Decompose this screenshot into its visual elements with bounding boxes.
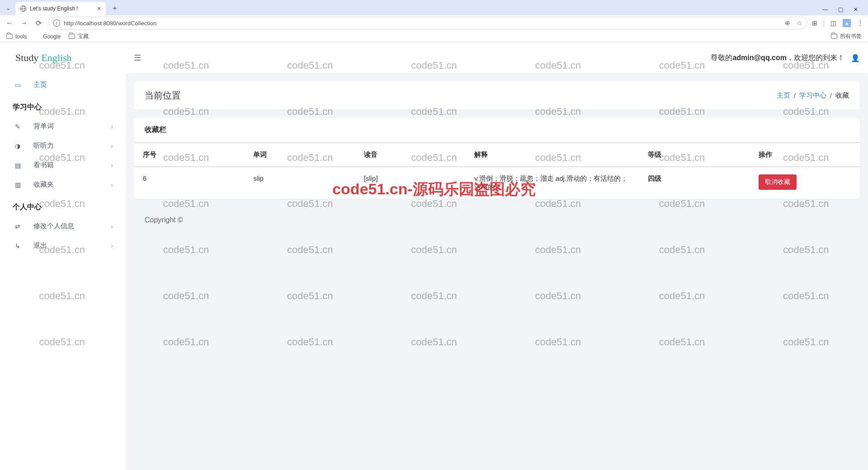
- topbar-user: 尊敬的admin@qq.com，欢迎您的到来！ 👤: [711, 53, 860, 63]
- sidebar-heading-study: 学习中心: [0, 94, 126, 117]
- bookmark-item[interactable]: tools: [6, 33, 27, 40]
- chevron-right-icon: ›: [111, 242, 113, 249]
- folder-icon: [831, 34, 837, 39]
- sidebar-item-label: 背单词: [33, 122, 54, 131]
- cell-trans: v.滑倒；滑脱；疏忽；溜走 adj.滑动的；有活结的；活络的: [465, 167, 639, 199]
- sidebar-item-listening[interactable]: 听听力 ›: [0, 136, 126, 155]
- logo[interactable]: Study English: [0, 42, 126, 73]
- bookmarks-bar: tools Google 宝藏 所有书签: [0, 31, 868, 42]
- app: Study English 主页 学习中心 背单词 › 听听力 › 看书籍: [0, 42, 868, 470]
- remove-favorite-button[interactable]: 取消收藏: [759, 174, 797, 190]
- reload-button[interactable]: ⟳: [33, 18, 43, 28]
- minimize-icon[interactable]: ―: [822, 6, 828, 13]
- collection-table: 序号 单词 读音 解释 等级 操作 6 slip [slip]: [134, 142, 860, 199]
- col-level: 等级: [639, 143, 749, 167]
- cell-id: 6: [134, 167, 244, 199]
- sidebar-item-profile[interactable]: 修改个人信息 ›: [0, 216, 126, 236]
- folder-icon: [6, 34, 13, 39]
- zoom-icon[interactable]: ⊕: [785, 19, 790, 27]
- window-controls: ― ▢ ✕: [816, 4, 864, 15]
- sidebar-item-label: 听听力: [33, 141, 54, 150]
- user-icon[interactable]: 👤: [851, 54, 860, 62]
- sidebar-item-label: 主页: [33, 80, 47, 89]
- book-icon: [13, 162, 23, 169]
- sidebar-item-books[interactable]: 看书籍 ›: [0, 155, 126, 175]
- col-word: 单词: [244, 143, 354, 167]
- back-button[interactable]: ←: [5, 18, 14, 28]
- folder-icon: [69, 34, 75, 39]
- table-header-row: 序号 单词 读音 解释 等级 操作: [134, 143, 860, 167]
- site-info-icon[interactable]: i: [53, 19, 60, 27]
- chevron-right-icon: ›: [111, 123, 113, 130]
- bookmark-item[interactable]: Google: [35, 33, 61, 40]
- sidebar-item-logout[interactable]: 退出 ›: [0, 236, 126, 255]
- browser-tab[interactable]: Let's study English ! ✕: [15, 2, 106, 15]
- menu-icon[interactable]: ⋮: [857, 19, 863, 27]
- address-row: ← → ⟳ i http://localhost:8080/wordCollec…: [0, 15, 868, 31]
- footer: Copyright ©: [134, 207, 860, 242]
- content: 当前位置 主页 / 学习中心 / 收藏 收藏栏 序号 单词 读音: [126, 73, 868, 470]
- breadcrumb: 主页 / 学习中心 / 收藏: [777, 91, 849, 100]
- chevron-right-icon: ›: [111, 162, 113, 169]
- sidebar-item-words[interactable]: 背单词 ›: [0, 117, 126, 136]
- sidebar-item-home[interactable]: 主页: [0, 75, 126, 94]
- chevron-right-icon: ›: [111, 181, 113, 188]
- laptop-icon: [13, 81, 23, 89]
- cell-word: slip: [244, 167, 354, 199]
- maximize-icon[interactable]: ▢: [837, 6, 844, 13]
- profile-icon[interactable]: ▲: [843, 19, 851, 27]
- hamburger-icon[interactable]: ☰: [134, 53, 141, 63]
- globe-icon: [20, 5, 26, 12]
- col-action: 操作: [750, 143, 860, 167]
- browser-chrome: ⌄ Let's study English ! ✕ ＋ ― ▢ ✕ ← → ⟳ …: [0, 0, 868, 42]
- all-bookmarks[interactable]: 所有书签: [831, 33, 862, 40]
- breadcrumb-link[interactable]: 主页: [777, 91, 790, 100]
- folder-open-icon: [13, 181, 23, 188]
- breadcrumb-current: 收藏: [835, 91, 849, 100]
- sidebar-item-label: 退出: [33, 241, 47, 250]
- sidebar-nav: 主页 学习中心 背单词 › 听听力 › 看书籍 › 收藏夹 ›: [0, 73, 126, 257]
- sidebar-item-favorites[interactable]: 收藏夹 ›: [0, 175, 126, 194]
- cell-level: 四级: [639, 167, 749, 199]
- sidebar-item-label: 收藏夹: [33, 180, 54, 189]
- topbar: ☰ 尊敬的admin@qq.com，欢迎您的到来！ 👤: [126, 42, 868, 73]
- globe-icon: [35, 34, 40, 39]
- edit-icon: [13, 123, 23, 130]
- location-card: 当前位置 主页 / 学习中心 / 收藏: [134, 81, 860, 110]
- cell-action: 取消收藏: [750, 167, 860, 199]
- bookmark-star-icon[interactable]: ☆: [797, 19, 802, 27]
- col-id: 序号: [134, 143, 244, 167]
- tab-title: Let's study English !: [30, 5, 78, 12]
- sidebar-heading-personal: 个人中心: [0, 194, 126, 216]
- sidebar-item-label: 修改个人信息: [33, 222, 74, 230]
- tab-strip: ⌄ Let's study English ! ✕ ＋ ― ▢ ✕: [0, 0, 868, 15]
- cell-pron: [slip]: [355, 167, 465, 199]
- new-tab-button[interactable]: ＋: [108, 2, 121, 14]
- col-pron: 读音: [355, 143, 465, 167]
- sidebar: Study English 主页 学习中心 背单词 › 听听力 › 看书籍: [0, 42, 126, 470]
- sidebar-item-label: 看书籍: [33, 161, 54, 169]
- chevron-right-icon: ›: [111, 142, 113, 150]
- swap-icon: [13, 223, 23, 230]
- headphones-icon: [13, 142, 23, 150]
- url-text: http://localhost:8080/wordCollection: [64, 20, 781, 27]
- address-bar[interactable]: i http://localhost:8080/wordCollection ⊕…: [48, 17, 807, 29]
- chevron-right-icon: ›: [111, 223, 113, 230]
- table-row: 6 slip [slip] v.滑倒；滑脱；疏忽；溜走 adj.滑动的；有活结的…: [134, 167, 860, 199]
- extensions-icon[interactable]: ⊞: [812, 19, 817, 27]
- collection-card: 收藏栏 序号 单词 读音 解释 等级 操作: [134, 118, 860, 199]
- close-window-icon[interactable]: ✕: [853, 6, 859, 13]
- user-email: admin@qq.com: [732, 54, 787, 61]
- exit-icon: [13, 242, 23, 249]
- col-trans: 解释: [465, 143, 639, 167]
- close-icon[interactable]: ✕: [97, 5, 101, 12]
- tab-search-icon[interactable]: ⌄: [4, 3, 13, 14]
- divider: [824, 19, 824, 27]
- side-panel-icon[interactable]: ◫: [830, 19, 836, 27]
- main: ☰ 尊敬的admin@qq.com，欢迎您的到来！ 👤 当前位置 主页 / 学习…: [126, 42, 868, 470]
- forward-button[interactable]: →: [19, 18, 29, 28]
- bookmark-item[interactable]: 宝藏: [69, 33, 89, 40]
- breadcrumb-link[interactable]: 学习中心: [799, 91, 826, 100]
- card-title: 收藏栏: [134, 118, 860, 142]
- location-title: 当前位置: [145, 89, 181, 102]
